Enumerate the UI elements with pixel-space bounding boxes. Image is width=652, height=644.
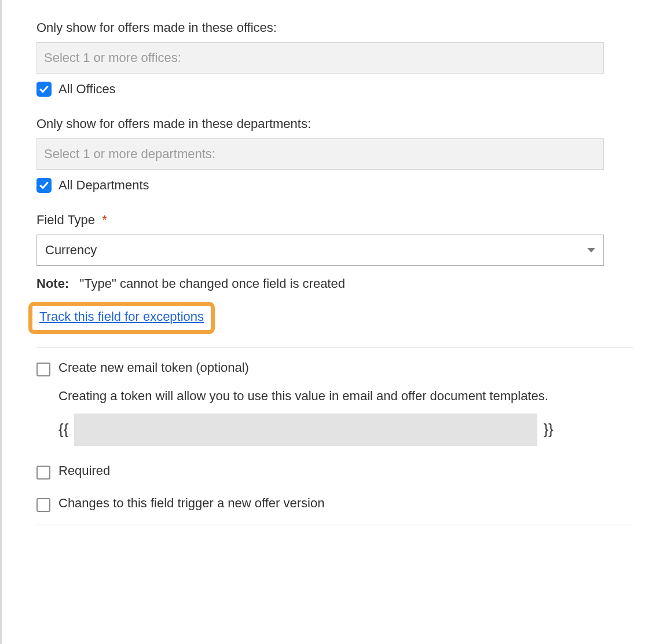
- token-input[interactable]: [74, 414, 537, 446]
- all-departments-label: All Departments: [58, 178, 149, 193]
- required-row: Required: [36, 463, 635, 480]
- required-checkbox[interactable]: [36, 466, 50, 480]
- note-text: "Type" cannot be changed once field is c…: [80, 276, 345, 291]
- field-type-note: Note: "Type" cannot be changed once fiel…: [36, 276, 635, 291]
- offices-multiselect[interactable]: Select 1 or more offices:: [36, 42, 604, 74]
- divider-bottom: [36, 525, 633, 525]
- departments-label: Only show for offers made in these depar…: [36, 116, 635, 131]
- track-exceptions-highlight: Track this field for exceptions: [28, 302, 215, 334]
- track-exceptions-link[interactable]: Track this field for exceptions: [39, 309, 204, 324]
- field-type-dropdown[interactable]: Currency: [36, 235, 604, 266]
- checkmark-icon: [39, 180, 49, 191]
- required-label: Required: [58, 463, 110, 478]
- trigger-version-checkbox[interactable]: [36, 498, 50, 512]
- required-star: *: [102, 213, 107, 227]
- offices-section: Only show for offers made in these offic…: [36, 20, 635, 97]
- create-token-help: Creating a token will allow you to use t…: [58, 387, 603, 405]
- create-token-label: Create new email token (optional): [58, 360, 249, 375]
- field-type-section: Field Type * Currency Note: "Type" canno…: [36, 213, 635, 334]
- departments-section: Only show for offers made in these depar…: [36, 116, 635, 193]
- checkmark-icon: [39, 84, 49, 94]
- all-offices-label: All Offices: [58, 82, 116, 97]
- field-type-label: Field Type *: [36, 213, 635, 228]
- token-close-brace: }}: [543, 420, 553, 438]
- all-departments-checkbox[interactable]: [36, 178, 52, 193]
- chevron-down-icon: [587, 248, 595, 253]
- departments-multiselect[interactable]: Select 1 or more departments:: [36, 138, 604, 170]
- field-type-label-text: Field Type: [36, 213, 95, 227]
- offices-label: Only show for offers made in these offic…: [36, 20, 635, 35]
- trigger-version-label: Changes to this field trigger a new offe…: [58, 496, 324, 511]
- create-token-row: Create new email token (optional): [36, 360, 635, 376]
- all-offices-checkbox[interactable]: [36, 82, 52, 97]
- token-open-brace: {{: [58, 420, 68, 438]
- trigger-version-row: Changes to this field trigger a new offe…: [36, 496, 635, 512]
- token-input-row: {{ }}: [58, 414, 635, 446]
- note-prefix: Note:: [36, 276, 69, 291]
- create-token-checkbox[interactable]: [36, 363, 50, 376]
- field-type-value: Currency: [45, 243, 97, 258]
- divider: [36, 347, 633, 347]
